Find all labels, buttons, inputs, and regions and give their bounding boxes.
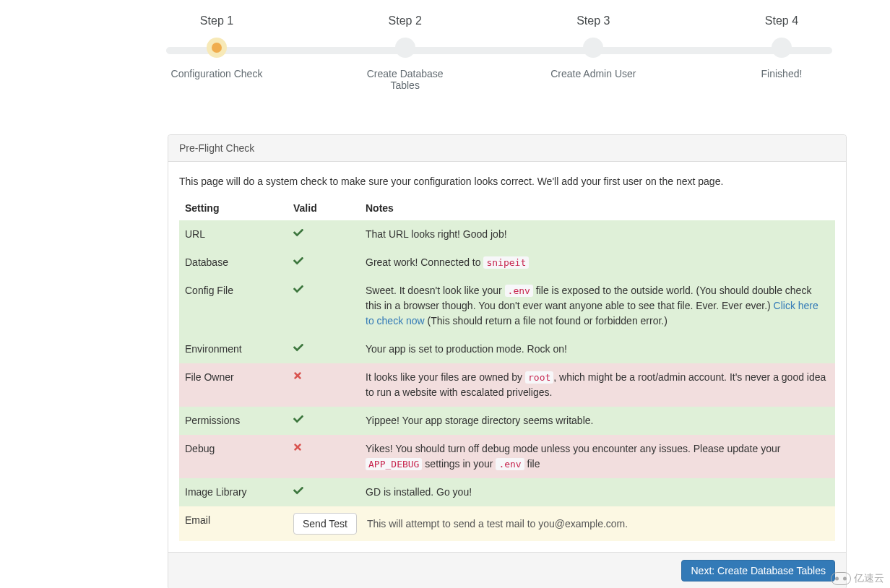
notes-cell: Yikes! You should turn off debug mode un… <box>360 435 835 478</box>
notes-cell: That URL looks right! Good job! <box>360 220 835 248</box>
check-icon <box>293 227 303 237</box>
valid-cell <box>288 478 360 506</box>
step-1: Step 1 Configuration Check <box>166 14 267 79</box>
col-notes: Notes <box>360 196 835 220</box>
code-env: .env <box>505 285 533 297</box>
valid-cell <box>288 407 360 435</box>
step-1-dot <box>207 38 227 58</box>
next-button[interactable]: Next: Create Database Tables <box>681 560 835 581</box>
preflight-table: Setting Valid Notes URL That URL looks <box>179 196 835 541</box>
times-icon <box>293 370 303 380</box>
watermark-text: 亿速云 <box>854 572 884 585</box>
setting-label: File Owner <box>179 363 288 407</box>
notes-cell: Yippee! Your app storage directory seems… <box>360 407 835 435</box>
step-2-title: Step 2 <box>355 14 456 27</box>
setting-label: Debug <box>179 435 288 478</box>
step-3-title: Step 3 <box>543 14 644 27</box>
setting-label: Database <box>179 248 288 277</box>
send-test-button[interactable]: Send Test <box>293 513 357 535</box>
step-2-subtitle: Create Database Tables <box>355 68 456 91</box>
notes-cell: It looks like your files are owned by ro… <box>360 363 835 407</box>
setting-label: Config File <box>179 277 288 335</box>
row-environment: Environment Your app is set to productio… <box>179 335 835 363</box>
row-debug: Debug Yikes! You should turn off debug m… <box>179 435 835 478</box>
watermark-logo-icon <box>831 572 851 585</box>
notes-cell: Your app is set to production mode. Rock… <box>360 335 835 363</box>
check-icon <box>293 485 303 495</box>
step-2: Step 2 Create Database Tables <box>355 14 456 91</box>
setting-label: Permissions <box>179 407 288 435</box>
step-4-subtitle: Finished! <box>731 68 832 79</box>
row-config-file: Config File Sweet. It doesn't look like … <box>179 277 835 335</box>
notes-cell: Great work! Connected to snipeit <box>360 248 835 277</box>
step-1-subtitle: Configuration Check <box>166 68 267 79</box>
step-3: Step 3 Create Admin User <box>543 14 644 79</box>
times-icon <box>293 441 303 451</box>
col-valid: Valid <box>288 196 360 220</box>
wizard-steps: Step 1 Configuration Check Step 2 Create… <box>166 14 832 91</box>
check-icon <box>293 283 303 293</box>
setting-label: Image Library <box>179 478 288 506</box>
check-icon <box>293 255 303 265</box>
row-email: Email Send Test This will attempt to sen… <box>179 506 835 541</box>
step-4: Step 4 Finished! <box>731 14 832 79</box>
email-note: This will attempt to send a test mail to… <box>367 516 628 532</box>
check-icon <box>293 413 303 423</box>
notes-cell: GD is installed. Go you! <box>360 478 835 506</box>
row-database: Database Great work! Connected to snipei… <box>179 248 835 277</box>
setting-label: Email <box>179 506 288 541</box>
watermark: 亿速云 <box>831 572 884 585</box>
preflight-panel: Pre-Flight Check This page will do a sys… <box>168 134 847 588</box>
panel-footer: Next: Create Database Tables <box>168 552 846 588</box>
row-permissions: Permissions Yippee! Your app storage dir… <box>179 407 835 435</box>
step-4-dot <box>772 38 792 58</box>
valid-cell <box>288 335 360 363</box>
setting-label: URL <box>179 220 288 248</box>
code-app-debug: APP_DEBUG <box>366 458 422 470</box>
valid-cell <box>288 435 360 478</box>
valid-cell <box>288 220 360 248</box>
step-3-subtitle: Create Admin User <box>543 68 644 79</box>
row-url: URL That URL looks right! Good job! <box>179 220 835 248</box>
code-root: root <box>525 371 553 384</box>
valid-cell <box>288 363 360 407</box>
step-2-dot <box>395 38 415 58</box>
email-cell: Send Test This will attempt to send a te… <box>288 506 835 541</box>
valid-cell <box>288 248 360 277</box>
col-setting: Setting <box>179 196 288 220</box>
step-4-title: Step 4 <box>731 14 832 27</box>
valid-cell <box>288 277 360 335</box>
step-1-title: Step 1 <box>166 14 267 27</box>
setting-label: Environment <box>179 335 288 363</box>
row-image-library: Image Library GD is installed. Go you! <box>179 478 835 506</box>
panel-intro: This page will do a system check to make… <box>179 176 835 187</box>
panel-heading: Pre-Flight Check <box>168 135 846 162</box>
check-icon <box>293 342 303 352</box>
code-env: .env <box>496 458 524 470</box>
notes-cell: Sweet. It doesn't look like your .env fi… <box>360 277 835 335</box>
row-file-owner: File Owner It looks like your files are … <box>179 363 835 407</box>
code-snipeit: snipeit <box>483 256 529 269</box>
step-3-dot <box>583 38 603 58</box>
